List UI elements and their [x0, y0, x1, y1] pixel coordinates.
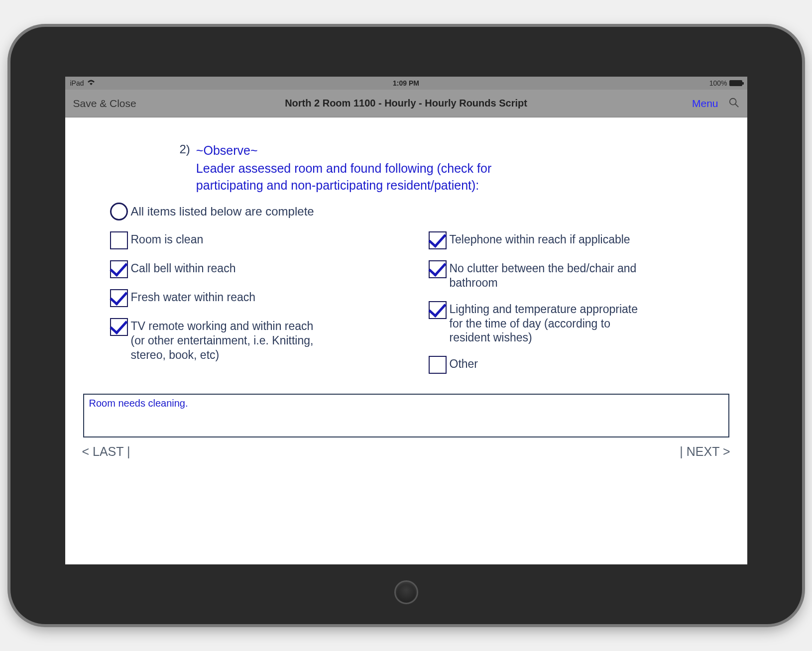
battery-icon — [729, 80, 742, 86]
checkbox-icon[interactable] — [110, 231, 128, 249]
tablet-frame: iPad 1:09 PM 100% Save & Close North 2 R… — [10, 27, 802, 624]
wifi-icon — [87, 80, 95, 87]
checkbox-icon[interactable] — [110, 260, 128, 278]
checkbox-icon[interactable] — [110, 318, 128, 336]
screen: iPad 1:09 PM 100% Save & Close North 2 R… — [65, 77, 747, 564]
checkbox-icon[interactable] — [429, 301, 447, 319]
radio-all-complete[interactable]: All items listed below are complete — [80, 203, 732, 220]
checkbox-item[interactable]: Telephone within reach if applicable — [429, 231, 732, 249]
nav-bar: Save & Close North 2 Room 1100 - Hourly … — [65, 90, 747, 117]
question-prompt: Leader assessed room and found following… — [196, 160, 545, 194]
checkbox-icon[interactable] — [110, 289, 128, 307]
checkbox-grid: Room is cleanCall bell within reachFresh… — [80, 231, 732, 374]
footer-nav: < LAST | | NEXT > — [80, 437, 732, 462]
question-heading: ~Observe~ — [196, 142, 545, 159]
checkbox-icon[interactable] — [429, 356, 447, 374]
save-close-button[interactable]: Save & Close — [73, 98, 136, 109]
radio-label: All items listed below are complete — [131, 205, 314, 218]
home-button[interactable] — [394, 580, 418, 604]
content-area: 2) ~Observe~ Leader assessed room and fo… — [65, 117, 747, 564]
checkbox-item[interactable]: Fresh water within reach — [110, 289, 414, 307]
page-title: North 2 Room 1100 - Hourly - Hourly Roun… — [285, 98, 527, 109]
device-label: iPad — [70, 79, 84, 87]
checkbox-label: Telephone within reach if applicable — [450, 231, 630, 247]
checkbox-item[interactable]: TV remote working and within reach (or o… — [110, 318, 414, 362]
checkbox-label: Call bell within reach — [131, 260, 236, 276]
radio-circle-icon[interactable] — [110, 203, 128, 220]
checkbox-icon[interactable] — [429, 260, 447, 278]
checkbox-label: Lighting and temperature appropriate for… — [450, 301, 649, 345]
checkbox-item[interactable]: Call bell within reach — [110, 260, 414, 278]
notes-input[interactable]: Room needs cleaning. — [83, 394, 729, 437]
checkbox-item[interactable]: Lighting and temperature appropriate for… — [429, 301, 732, 345]
question-number: 2) — [180, 142, 196, 194]
battery-percent: 100% — [709, 79, 727, 87]
search-icon[interactable] — [728, 97, 739, 110]
checkbox-label: Other — [450, 356, 478, 371]
menu-button[interactable]: Menu — [692, 98, 718, 109]
status-time: 1:09 PM — [393, 79, 419, 87]
checkbox-label: Room is clean — [131, 231, 204, 247]
checkbox-icon[interactable] — [429, 231, 447, 249]
checkbox-label: Fresh water within reach — [131, 289, 256, 305]
checkbox-label: TV remote working and within reach (or o… — [131, 318, 330, 362]
checkbox-label: No clutter between the bed/chair and bat… — [450, 260, 649, 290]
last-button[interactable]: < LAST | — [82, 444, 130, 459]
checkbox-item[interactable]: Other — [429, 356, 732, 374]
status-bar: iPad 1:09 PM 100% — [65, 77, 747, 90]
next-button[interactable]: | NEXT > — [680, 444, 730, 459]
checkbox-item[interactable]: No clutter between the bed/chair and bat… — [429, 260, 732, 290]
question-block: 2) ~Observe~ Leader assessed room and fo… — [80, 142, 732, 194]
svg-point-0 — [729, 98, 736, 105]
checkbox-item[interactable]: Room is clean — [110, 231, 414, 249]
svg-line-1 — [735, 104, 738, 107]
